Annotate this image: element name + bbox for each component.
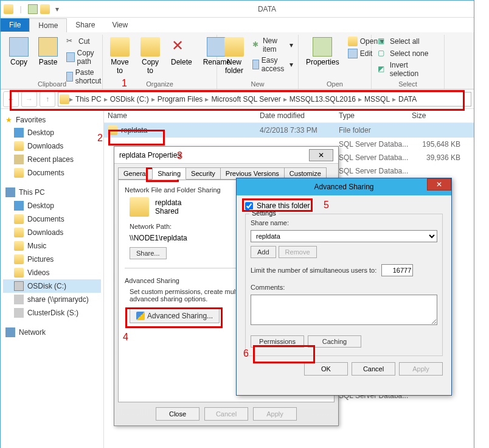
remove-button[interactable]: Remove — [279, 246, 317, 258]
annotation-num-1: 1 — [122, 78, 127, 89]
nav-pc-desktop[interactable]: Desktop — [3, 199, 101, 212]
tab-file[interactable]: File — [1, 18, 29, 32]
nav-pc-osdisk[interactable]: OSDisk (C:) — [3, 279, 101, 293]
nav-pc-share[interactable]: share (\\primarydc) — [3, 293, 101, 306]
network-icon — [5, 327, 15, 337]
col-date[interactable]: Date modified — [260, 111, 339, 120]
nav-desktop[interactable]: Desktop — [3, 126, 101, 139]
delete-button[interactable]: ✕Delete — [167, 36, 196, 76]
titlebar: | ▾ DATA — [1, 1, 474, 18]
copy-button[interactable]: Copy — [5, 36, 32, 86]
sharename-select[interactable]: repldata — [251, 230, 437, 242]
props-close-button[interactable]: ✕ — [309, 149, 333, 161]
moveto-button[interactable]: Move to — [106, 36, 133, 76]
newfolder-icon[interactable] — [40, 4, 50, 15]
col-name[interactable]: Name — [108, 111, 260, 120]
nav-recent[interactable]: Recent places — [3, 153, 101, 166]
adv-cancel[interactable]: Cancel — [352, 362, 395, 376]
forward-button[interactable]: → — [21, 91, 37, 107]
settings-legend: Settings — [249, 209, 279, 217]
copyto-button[interactable]: Copy to — [137, 36, 164, 76]
nav-documents[interactable]: Documents — [3, 166, 101, 180]
selectnone-button[interactable]: ▢Select none — [375, 48, 440, 59]
paste-label: Paste — [39, 58, 58, 66]
props-shared-status: Shared — [155, 207, 181, 215]
tab-view[interactable]: View — [103, 18, 136, 32]
invert-button[interactable]: ◩Invert selection — [375, 60, 440, 79]
open-group-label: Open — [299, 80, 371, 88]
crumb-thispc[interactable]: This PC — [73, 95, 104, 103]
comments-textarea[interactable] — [251, 295, 437, 325]
share-button[interactable]: Share... — [130, 247, 167, 259]
newitem-button[interactable]: ✱New item▾ — [250, 36, 296, 54]
copypath-button[interactable]: Copy path — [64, 48, 107, 66]
paste-button[interactable]: Paste — [35, 36, 61, 86]
tab-share[interactable]: Share — [67, 18, 103, 32]
nav-pc-music[interactable]: Music — [3, 239, 101, 253]
chevron-down-icon: ▾ — [290, 41, 293, 49]
crumb-osdisk[interactable]: OSDisk (C:) — [108, 95, 151, 103]
crumb-mssqlsub[interactable]: MSSQL — [362, 95, 392, 103]
share-folder-checkbox[interactable]: Share this folder — [245, 201, 443, 210]
nav-pc-downloads[interactable]: Downloads — [3, 226, 101, 239]
annotation-num-6: 6 — [243, 348, 249, 359]
crumb-instance[interactable]: MSSQL13.SQL2016 — [287, 95, 358, 103]
thispc-header[interactable]: This PC — [3, 186, 101, 199]
qat-dropdown-icon[interactable]: ▾ — [52, 4, 63, 15]
new-group-label: New — [217, 80, 298, 88]
permissions-button[interactable]: Permissions — [251, 335, 304, 348]
props-cancel[interactable]: Cancel — [204, 407, 248, 421]
add-button[interactable]: Add — [251, 246, 276, 258]
up-button[interactable]: ↑ — [40, 91, 55, 107]
annotation-num-4: 4 — [123, 332, 128, 343]
window-title: DATA — [63, 5, 471, 13]
selectall-button[interactable]: ▦Select all — [375, 36, 440, 47]
adv-title: Advanced Sharing — [314, 183, 373, 191]
props-tab-security[interactable]: Security — [186, 167, 221, 180]
chevron-down-icon: ▾ — [290, 60, 293, 69]
easyaccess-button[interactable]: Easy access▾ — [250, 55, 296, 74]
address-bar[interactable]: ▸ This PC▸ OSDisk (C:)▸ Program Files▸ M… — [58, 92, 471, 107]
favorites-header[interactable]: ★Favorites — [3, 114, 101, 126]
props-tab-sharing[interactable]: Sharing — [152, 167, 186, 180]
nav-pc-pictures[interactable]: Pictures — [3, 253, 101, 266]
advanced-sharing-button[interactable]: Advanced Sharing... — [130, 309, 220, 323]
crumb-mssql[interactable]: Microsoft SQL Server — [209, 95, 283, 103]
computer-icon — [5, 187, 15, 197]
back-button[interactable]: ← — [3, 91, 19, 107]
ribbon: Copy Paste ✂Cut Copy path Paste shortcut… — [1, 32, 474, 89]
props-title: repldata Properties — [119, 151, 181, 159]
props-apply[interactable]: Apply — [253, 407, 297, 421]
nav-pc-videos[interactable]: Videos — [3, 266, 101, 279]
props-tab-general[interactable]: General — [118, 167, 153, 180]
nav-downloads[interactable]: Downloads — [3, 139, 101, 153]
props-close[interactable]: Close — [156, 407, 199, 421]
qat-sep: | — [15, 4, 26, 15]
crumb-data[interactable]: DATA — [396, 95, 419, 103]
caching-button[interactable]: Caching — [308, 335, 361, 348]
nav-pc-cluster[interactable]: ClusterDisk (S:) — [3, 306, 101, 320]
adv-apply[interactable]: Apply — [399, 362, 443, 376]
comments-label: Comments: — [251, 284, 437, 291]
row-repldata[interactable]: repldata 4/2/2018 7:33 PM File folder — [104, 123, 474, 138]
nav-pc-documents[interactable]: Documents — [3, 212, 101, 226]
properties-button[interactable]: Properties — [302, 36, 343, 68]
organize-group-label: Organize — [103, 80, 217, 88]
ribbon-tabs: File Home Share View — [1, 18, 474, 32]
properties-icon[interactable] — [27, 4, 38, 15]
folder-icon — [130, 197, 149, 217]
limit-spinner[interactable] — [381, 264, 413, 276]
col-size[interactable]: Size — [412, 111, 460, 120]
newfolder-button[interactable]: New folder — [221, 36, 248, 76]
col-type[interactable]: Type — [339, 111, 412, 120]
tab-home[interactable]: Home — [29, 18, 67, 32]
network-header[interactable]: Network — [3, 326, 101, 339]
annotation-num-3: 3 — [177, 150, 182, 161]
folder-icon — [108, 125, 117, 135]
crumb-progfiles[interactable]: Program Files — [155, 95, 206, 103]
adv-close-button[interactable]: ✕ — [427, 178, 451, 191]
folder-icon — [60, 94, 69, 104]
adv-ok[interactable]: OK — [304, 362, 348, 376]
cut-button[interactable]: ✂Cut — [64, 36, 107, 47]
share-folder-chk-input[interactable] — [245, 202, 253, 210]
